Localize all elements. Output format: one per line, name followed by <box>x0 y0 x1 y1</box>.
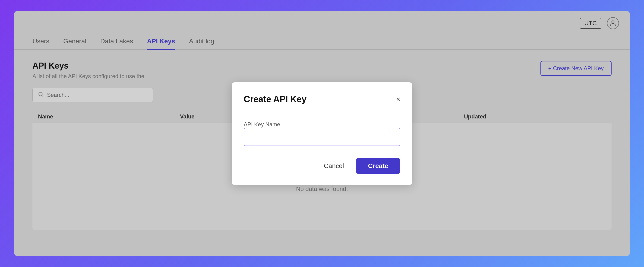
modal-header: Create API Key × <box>244 94 400 104</box>
cancel-button[interactable]: Cancel <box>317 158 350 174</box>
modal-title: Create API Key <box>244 94 306 104</box>
modal-divider <box>244 113 400 113</box>
api-key-name-input[interactable] <box>244 128 400 146</box>
modal-actions: Cancel Create <box>244 158 400 174</box>
create-button[interactable]: Create <box>356 158 400 174</box>
api-key-name-label: API Key Name <box>244 121 280 127</box>
app-window: UTC Users General Data Lakes API Keys Au… <box>14 11 630 256</box>
modal-close-button[interactable]: × <box>396 96 400 103</box>
modal-overlay: Create API Key × API Key Name Cancel Cre… <box>14 11 630 256</box>
create-api-key-modal: Create API Key × API Key Name Cancel Cre… <box>232 82 412 185</box>
